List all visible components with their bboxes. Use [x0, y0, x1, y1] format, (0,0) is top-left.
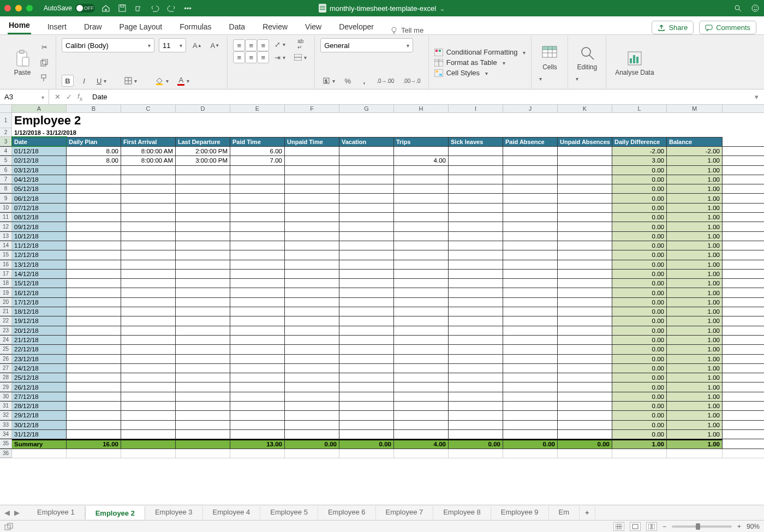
cell[interactable] [394, 184, 449, 193]
cells-button[interactable]: Cells [537, 43, 562, 72]
cell[interactable] [394, 175, 449, 184]
cell[interactable] [121, 222, 176, 231]
cell[interactable]: 13/12/18 [12, 260, 67, 269]
cell[interactable]: 0.00 [612, 213, 667, 222]
cell[interactable] [449, 336, 503, 344]
cell[interactable] [230, 364, 285, 373]
cell[interactable]: 0.00 [612, 336, 667, 344]
cell[interactable] [121, 392, 176, 401]
cell[interactable] [121, 288, 176, 297]
cell[interactable] [339, 345, 394, 354]
cell[interactable]: 10/12/18 [12, 232, 67, 241]
cell[interactable] [121, 279, 176, 288]
cell[interactable] [449, 147, 503, 156]
cell[interactable] [230, 373, 285, 382]
window-minimize[interactable] [15, 5, 22, 11]
more-icon[interactable]: ••• [183, 4, 192, 13]
cell[interactable] [558, 241, 612, 250]
align-bottom-center-icon[interactable]: ≡ [245, 51, 257, 63]
cell[interactable]: 0.00 [612, 204, 667, 212]
format-as-table-button[interactable]: Format as Table [434, 58, 526, 67]
cell[interactable] [67, 288, 121, 297]
cell[interactable]: 16/12/18 [12, 288, 67, 297]
cell[interactable] [176, 421, 230, 429]
cell[interactable]: 0.00 [612, 270, 667, 278]
cell[interactable] [394, 260, 449, 269]
align-bottom-right-icon[interactable]: ≡ [257, 51, 269, 63]
autosave-toggle[interactable]: AutoSave OFF [44, 4, 95, 13]
cell[interactable]: 1.00 [667, 156, 723, 165]
sheet-tab[interactable]: Employee 7 [376, 506, 434, 519]
align-top-center-icon[interactable]: ≡ [245, 39, 257, 51]
cell[interactable] [230, 402, 285, 410]
cell[interactable] [285, 260, 339, 269]
cell[interactable] [558, 373, 612, 382]
summary-cell[interactable]: 13.00 [230, 439, 285, 448]
cell[interactable] [558, 421, 612, 429]
cell[interactable]: 0.00 [612, 430, 667, 439]
cell[interactable] [67, 222, 121, 231]
cell[interactable]: 27/12/18 [12, 392, 67, 401]
cell[interactable]: 18/12/18 [12, 307, 67, 316]
summary-cell[interactable]: 0.00 [339, 439, 394, 448]
cell[interactable] [339, 175, 394, 184]
cell[interactable] [503, 345, 558, 354]
cell[interactable] [339, 449, 394, 458]
cell[interactable]: 08/12/18 [12, 213, 67, 222]
cell[interactable] [176, 260, 230, 269]
borders-button[interactable] [122, 75, 139, 87]
cell[interactable] [558, 411, 612, 420]
cell[interactable] [285, 430, 339, 439]
cell[interactable] [558, 279, 612, 288]
cell[interactable] [394, 316, 449, 325]
cell[interactable] [449, 355, 503, 363]
cell[interactable]: 1.00 [667, 421, 723, 429]
cell[interactable]: 0.00 [612, 184, 667, 193]
cell[interactable]: 17/12/18 [12, 298, 67, 307]
cell[interactable] [230, 184, 285, 193]
cell[interactable] [558, 250, 612, 259]
analyse-data-button[interactable]: Analyse Data [612, 48, 657, 77]
tell-me[interactable]: Tell me [390, 26, 423, 34]
cell[interactable]: -2.00 [667, 147, 723, 156]
cell[interactable]: 0.00 [612, 166, 667, 175]
cell[interactable] [503, 147, 558, 156]
cell[interactable] [67, 449, 121, 458]
cell[interactable] [67, 382, 121, 391]
cell[interactable] [503, 382, 558, 391]
cell[interactable] [121, 430, 176, 439]
summary-cell[interactable]: 0.00 [558, 439, 612, 448]
cell[interactable] [503, 250, 558, 259]
cell[interactable] [449, 430, 503, 439]
zoom-level[interactable]: 90% [747, 523, 760, 530]
summary-cell[interactable]: 0.00 [503, 439, 558, 448]
cell[interactable] [230, 222, 285, 231]
sheet-tab[interactable]: Employee 8 [433, 506, 491, 519]
cell[interactable] [449, 288, 503, 297]
cell[interactable]: 12/12/18 [12, 250, 67, 259]
cell[interactable]: 1.00 [667, 307, 723, 316]
cell[interactable] [121, 402, 176, 410]
cell[interactable] [667, 449, 723, 458]
cell[interactable] [285, 241, 339, 250]
cell[interactable] [339, 298, 394, 307]
cell[interactable] [67, 279, 121, 288]
cell[interactable] [121, 373, 176, 382]
cell[interactable] [285, 213, 339, 222]
cell[interactable] [67, 364, 121, 373]
cell[interactable] [67, 355, 121, 363]
cell[interactable]: 0.00 [612, 222, 667, 231]
cell[interactable]: 0.00 [612, 373, 667, 382]
cell[interactable]: 15/12/18 [12, 279, 67, 288]
cell[interactable] [230, 449, 285, 458]
view-normal-button[interactable] [613, 522, 624, 531]
cell[interactable] [394, 392, 449, 401]
cell[interactable] [449, 449, 503, 458]
cell[interactable] [503, 156, 558, 165]
cell[interactable] [449, 345, 503, 354]
cell[interactable]: 1.00 [667, 166, 723, 175]
cell[interactable] [230, 336, 285, 344]
currency-button[interactable]: $ [320, 75, 337, 87]
table-header[interactable]: Daily Difference [612, 137, 667, 146]
cell[interactable]: 1.00 [667, 250, 723, 259]
